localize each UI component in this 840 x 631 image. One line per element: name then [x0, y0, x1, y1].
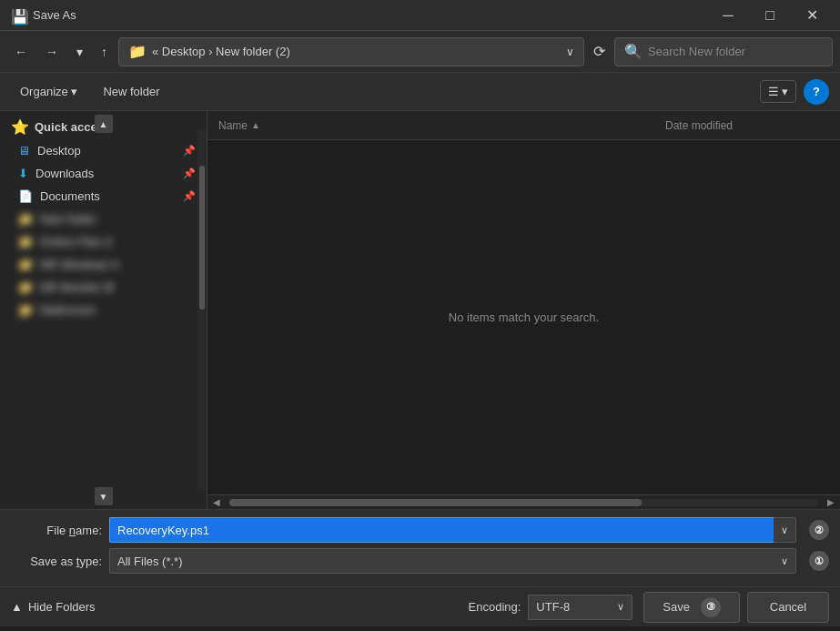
breadcrumb-current: New folder (2)	[216, 45, 290, 58]
sidebar-item-label: Desktop	[37, 144, 81, 158]
save-as-type-label: Save as type:	[11, 555, 102, 568]
empty-message: No items match your search.	[449, 310, 599, 324]
sidebar-item-downloads[interactable]: ⬇ Downloads 📌	[0, 162, 207, 185]
file-name-row: File name: ∨ ②	[11, 517, 829, 543]
save-as-type-badge: ①	[809, 551, 829, 571]
view-icon: ☰	[768, 85, 779, 98]
folder-icon: 📁	[18, 235, 33, 249]
address-bar[interactable]: 📁 « Desktop › New folder (2) ∨	[118, 37, 584, 66]
sidebar-item-blurred-3[interactable]: 📁 NR Windows A	[0, 253, 207, 276]
h-scrollbar-track[interactable]	[229, 499, 818, 506]
desktop-icon: 🖥	[18, 144, 30, 158]
breadcrumb: « Desktop › New folder (2)	[152, 45, 290, 58]
dialog-title: Save As	[33, 8, 76, 22]
sidebar-item-blurred-2[interactable]: 📁 Online Files 2	[0, 230, 207, 253]
view-button[interactable]: ☰ ▾	[760, 80, 796, 103]
folder-icon: 📁	[18, 212, 33, 226]
file-name-dropdown-button[interactable]: ∨	[774, 517, 796, 543]
title-bar: 💾 Save As ─ □ ✕	[0, 0, 840, 31]
downloads-icon: ⬇	[18, 167, 28, 180]
maximize-button[interactable]: □	[749, 0, 791, 31]
file-list-content: No items match your search.	[207, 140, 840, 494]
main-area: ▲ ⭐ Quick access 🖥 Desktop 📌 ⬇ Downloads…	[0, 111, 840, 509]
save-as-type-wrapper: All Files (*.*) ∨	[109, 548, 796, 574]
hide-folders-button[interactable]: ▲ Hide Folders	[11, 600, 96, 614]
sidebar-item-label: New folder	[40, 212, 96, 226]
col-date-label: Date modified	[665, 119, 733, 132]
search-icon: 🔍	[624, 43, 643, 60]
sidebar-scroll-thumb	[199, 166, 205, 310]
hide-folders-arrow: ▲	[11, 600, 23, 614]
column-header-date[interactable]: Date modified	[665, 119, 829, 132]
encoding-section: Encoding: UTF-8 ∨	[469, 595, 633, 620]
h-scroll-right-button[interactable]: ▶	[822, 495, 840, 509]
breadcrumb-prefix: « Desktop ›	[152, 45, 212, 58]
folder-icon: 📁	[18, 258, 33, 271]
pin-icon: 📌	[183, 168, 196, 179]
save-as-type-dropdown-button[interactable]: ∨	[774, 548, 796, 574]
sidebar: ▲ ⭐ Quick access 🖥 Desktop 📌 ⬇ Downloads…	[0, 111, 207, 509]
help-button[interactable]: ?	[804, 79, 829, 105]
close-button[interactable]: ✕	[791, 0, 833, 31]
file-name-input[interactable]	[109, 517, 774, 543]
sidebar-item-label: NathroveA	[40, 303, 96, 317]
sidebar-item-desktop[interactable]: 🖥 Desktop 📌	[0, 139, 207, 162]
col-name-label: Name	[218, 119, 248, 132]
search-bar[interactable]: 🔍	[614, 37, 833, 66]
h-scrollbar-thumb	[229, 499, 642, 506]
save-badge: ③	[701, 597, 721, 617]
forward-button[interactable]: →	[38, 39, 66, 65]
back-button[interactable]: ←	[7, 39, 35, 65]
encoding-label: Encoding:	[469, 600, 521, 614]
encoding-select-wrapper: UTF-8 ∨	[528, 595, 633, 620]
sidebar-item-label: Online Files 2	[40, 235, 112, 249]
folder-icon: 📁	[18, 280, 33, 294]
organize-button[interactable]: Organize ▾	[11, 80, 86, 103]
hide-folders-label: Hide Folders	[28, 600, 96, 614]
sidebar-scroll-down-button[interactable]: ▼	[95, 487, 113, 505]
cancel-button[interactable]: Cancel	[747, 592, 829, 623]
save-button[interactable]: Save ③	[643, 592, 740, 623]
sidebar-item-blurred-4[interactable]: 📁 NR Monder M	[0, 276, 207, 299]
sidebar-item-blurred-1[interactable]: 📁 New folder	[0, 208, 207, 230]
sidebar-item-documents[interactable]: 📄 Documents 📌	[0, 185, 207, 208]
sidebar-scroll-up-button[interactable]: ▲	[95, 115, 113, 133]
file-area: Name ▲ Date modified No items match your…	[207, 111, 840, 509]
quick-access-icon: ⭐	[11, 118, 29, 136]
folder-icon: 📁	[18, 303, 33, 317]
sidebar-item-label: NR Windows A	[40, 258, 119, 271]
file-list-header[interactable]: Name ▲ Date modified	[207, 111, 840, 140]
sidebar-scrollbar[interactable]	[197, 129, 207, 491]
pin-icon: 📌	[183, 145, 196, 157]
minimize-button[interactable]: ─	[707, 0, 749, 31]
documents-icon: 📄	[18, 189, 33, 203]
col-sort-arrow: ▲	[251, 120, 260, 130]
recent-locations-button[interactable]: ▾	[69, 39, 90, 65]
nav-bar: ← → ▾ ↑ 📁 « Desktop › New folder (2) ∨ ⟳…	[0, 31, 840, 73]
address-dropdown-button[interactable]: ∨	[566, 46, 574, 58]
encoding-dropdown-button[interactable]: ∨	[610, 595, 633, 620]
save-label: Save	[663, 600, 690, 614]
horizontal-scrollbar[interactable]: ◀ ▶	[207, 494, 840, 509]
title-bar-left: 💾 Save As	[11, 8, 76, 23]
folder-icon: 📁	[128, 43, 147, 60]
pin-icon: 📌	[183, 190, 196, 202]
h-scroll-left-button[interactable]: ◀	[207, 495, 226, 509]
up-button[interactable]: ↑	[94, 39, 115, 65]
toolbar: Organize ▾ New folder ☰ ▾ ?	[0, 73, 840, 111]
file-name-label: File name:	[11, 524, 102, 537]
sidebar-item-blurred-5[interactable]: 📁 NathroveA	[0, 299, 207, 321]
column-header-name[interactable]: Name ▲	[218, 119, 665, 132]
refresh-button[interactable]: ⟳	[588, 37, 611, 66]
sidebar-item-label: Documents	[40, 189, 100, 203]
app-icon: 💾	[11, 8, 25, 23]
new-folder-button[interactable]: New folder	[94, 80, 168, 103]
save-as-type-select[interactable]: All Files (*.*)	[109, 548, 774, 574]
view-dropdown-icon: ▾	[782, 85, 788, 98]
encoding-select[interactable]: UTF-8	[528, 595, 610, 620]
window-controls: ─ □ ✕	[707, 0, 833, 31]
bottom-form-section: File name: ∨ ② Save as type: All Files (…	[0, 509, 840, 586]
file-name-badge: ②	[809, 520, 829, 540]
search-input[interactable]	[648, 45, 823, 58]
action-buttons: Save ③ Cancel	[643, 592, 829, 623]
